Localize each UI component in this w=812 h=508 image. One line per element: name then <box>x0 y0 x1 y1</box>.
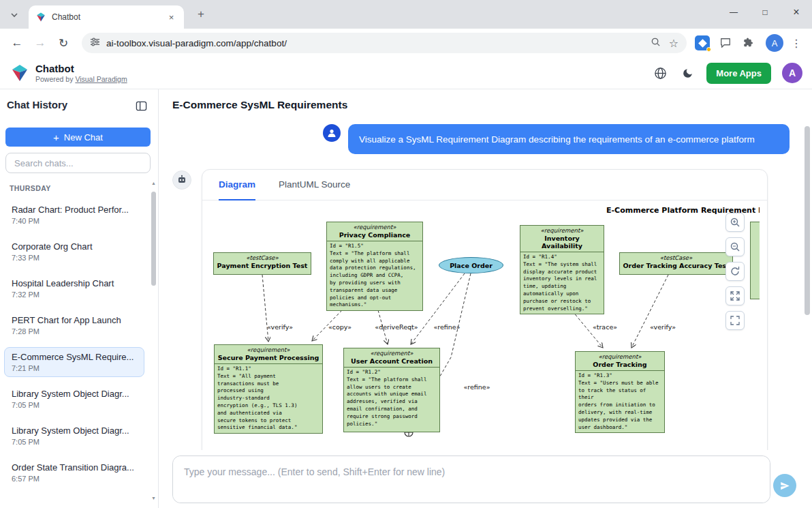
reset-zoom-icon[interactable] <box>725 262 745 281</box>
response-tabs: Diagram PlantUML Source <box>202 170 767 200</box>
send-button[interactable] <box>773 474 796 497</box>
node-name: Inventory Availability <box>523 235 601 250</box>
node-name: Order Tracking <box>578 361 661 368</box>
chat-item-title: Order State Transition Diagra... <box>12 462 137 473</box>
node-stereotype: «requirement» <box>347 350 437 357</box>
fit-to-screen-icon[interactable] <box>725 286 745 305</box>
bookmark-star-icon[interactable]: ☆ <box>669 37 678 50</box>
chat-history-item-selected[interactable]: E-Commerce SysML Require... 7:21 PM <box>4 347 144 377</box>
powered-by-label: Powered by <box>35 75 73 83</box>
sidebar-scroll-down-icon[interactable]: ▼ <box>151 496 156 500</box>
node-name: Payment Encryption Test <box>217 262 308 269</box>
site-settings-icon[interactable] <box>90 37 100 50</box>
app-header: Chatbot Powered by Visual Paradigm More … <box>0 57 812 89</box>
browser-navbar: ← → ↻ ai-toolbox.visual-paradigm.com/app… <box>0 29 812 57</box>
bot-avatar <box>172 170 191 190</box>
extensions-puzzle-icon[interactable] <box>738 33 759 53</box>
node-stereotype: «requirement» <box>330 224 420 230</box>
new-tab-button[interactable]: + <box>193 7 208 22</box>
node-stereotype: «requirement» <box>578 353 661 360</box>
node-name: Order Tracking Accuracy Test <box>623 262 730 269</box>
browser-menu-icon[interactable]: ⋮ <box>787 34 805 52</box>
visual-paradigm-extension-icon[interactable] <box>692 33 713 53</box>
fullscreen-icon[interactable] <box>725 311 745 330</box>
edge-label-verify-2: «verify» <box>650 323 676 331</box>
dark-mode-moon-icon[interactable] <box>679 65 696 81</box>
chat-history-item[interactable]: Hospital Leadership Chart 7:32 PM <box>4 273 144 303</box>
user-message-bubble: Visualize a SysML Requirement Diagram de… <box>348 124 790 154</box>
more-apps-button[interactable]: More Apps <box>706 63 771 84</box>
node-body: Id = "R1.1" Text = "All payment transact… <box>215 364 322 433</box>
chat-history-item[interactable]: Order State Transition Diagra... 6:57 PM <box>4 458 144 488</box>
tab-close-icon[interactable]: × <box>166 12 177 23</box>
zoom-in-icon[interactable] <box>725 213 745 232</box>
chat-item-title: PERT Chart for App Launch <box>12 315 137 325</box>
forward-icon[interactable]: → <box>30 33 50 53</box>
chat-history-sidebar: Chat History + New Chat THURSDAY Radar C… <box>0 89 159 508</box>
chat-history-list: Radar Chart: Product Perfor... 7:40 PM C… <box>4 200 144 494</box>
conversation-title: E-Commerce SysML Requirements <box>159 89 812 121</box>
chat-item-time: 7:21 PM <box>12 364 137 372</box>
node-body: Id = "R1.4" Text = "The system shall dis… <box>520 252 604 314</box>
new-chat-label: New Chat <box>64 132 103 143</box>
chat-item-title: Library System Object Diagr... <box>12 389 137 399</box>
plus-icon: + <box>53 132 59 143</box>
chat-history-item[interactable]: Corporate Org Chart 7:33 PM <box>4 237 144 267</box>
requirement-user-account-creation: «requirement» User Account Creation Id =… <box>343 348 440 432</box>
search-chats-input[interactable] <box>5 153 151 173</box>
browser-tab-strip: Chatbot × + — □ × <box>0 0 812 29</box>
user-avatar <box>323 124 341 142</box>
chat-item-title: Hospital Leadership Chart <box>12 278 137 288</box>
url-text[interactable]: ai-toolbox.visual-paradigm.com/app/chatb… <box>106 38 651 48</box>
chat-item-time: 7:32 PM <box>12 290 137 299</box>
node-body: Id = "R1.5" Text = "The platform shall c… <box>327 241 422 310</box>
message-input-box <box>172 455 770 503</box>
chat-item-time: 7:40 PM <box>12 217 137 225</box>
chat-extension-icon[interactable] <box>715 33 736 53</box>
sidebar-scrollbar-thumb[interactable] <box>151 192 156 286</box>
window-controls: — □ × <box>718 0 812 25</box>
new-chat-button[interactable]: + New Chat <box>5 128 151 147</box>
diagram-zoom-toolbar <box>725 213 745 330</box>
chat-history-item[interactable]: Library System Object Diagr... 7:05 PM <box>4 421 144 451</box>
back-icon[interactable]: ← <box>7 33 27 53</box>
chat-history-item[interactable]: PERT Chart for App Launch 7:28 PM <box>4 310 144 340</box>
chat-item-title: Library System Object Diagr... <box>12 425 137 436</box>
url-bar[interactable]: ai-toolbox.visual-paradigm.com/app/chatb… <box>82 33 687 53</box>
reload-icon[interactable]: ↻ <box>53 33 74 53</box>
node-name: Secure Payment Processing <box>217 354 319 361</box>
browser-tab[interactable]: Chatbot × <box>29 5 184 29</box>
chat-history-item[interactable]: Radar Chart: Product Perfor... 7:40 PM <box>4 200 144 230</box>
tab-plantuml-source[interactable]: PlantUML Source <box>279 170 350 200</box>
chat-item-time: 7:33 PM <box>12 254 137 262</box>
chat-item-time: 6:57 PM <box>12 475 137 483</box>
sidebar-scroll-up-icon[interactable]: ▲ <box>151 181 156 185</box>
send-plane-icon <box>780 481 790 491</box>
visual-paradigm-logo <box>10 63 30 83</box>
tab-search-chevron-icon[interactable] <box>7 9 22 21</box>
window-minimize-button[interactable]: — <box>718 0 749 25</box>
sysml-requirement-diagram: E-Commerce Platform Requirement Diagram <box>202 200 760 450</box>
usecase-place-order: Place Order <box>439 257 503 273</box>
browser-profile-avatar[interactable]: A <box>766 34 783 52</box>
node-stereotype: «requirement» <box>523 227 601 234</box>
visual-paradigm-link[interactable]: Visual Paradigm <box>75 75 127 83</box>
tab-diagram[interactable]: Diagram <box>219 170 255 200</box>
zoom-out-icon[interactable] <box>725 237 745 256</box>
window-maximize-button[interactable]: □ <box>749 0 781 25</box>
collapse-sidebar-icon[interactable] <box>134 99 148 113</box>
account-avatar[interactable]: A <box>782 63 802 83</box>
node-body: Id = "R1.3" Text = "Users must be able t… <box>576 371 664 432</box>
testcase-payment-encryption-test: «testCase» Payment Encryption Test <box>213 252 311 275</box>
chat-item-title: Radar Chart: Product Perfor... <box>12 205 137 215</box>
zoom-indicator-icon[interactable] <box>651 37 661 50</box>
window-close-button[interactable]: × <box>781 0 812 25</box>
edge-label-derivereqt: «deriveReqt» <box>375 323 418 331</box>
edge-label-trace: «trace» <box>593 323 617 331</box>
chat-scrollbar-thumb[interactable] <box>805 126 810 315</box>
chat-item-title: E-Commerce SysML Require... <box>12 352 137 362</box>
message-input[interactable] <box>173 456 770 503</box>
day-section-label: THURSDAY <box>10 184 51 192</box>
chat-history-item[interactable]: Library System Object Diagr... 7:05 PM <box>4 384 144 414</box>
language-globe-icon[interactable] <box>652 65 668 81</box>
